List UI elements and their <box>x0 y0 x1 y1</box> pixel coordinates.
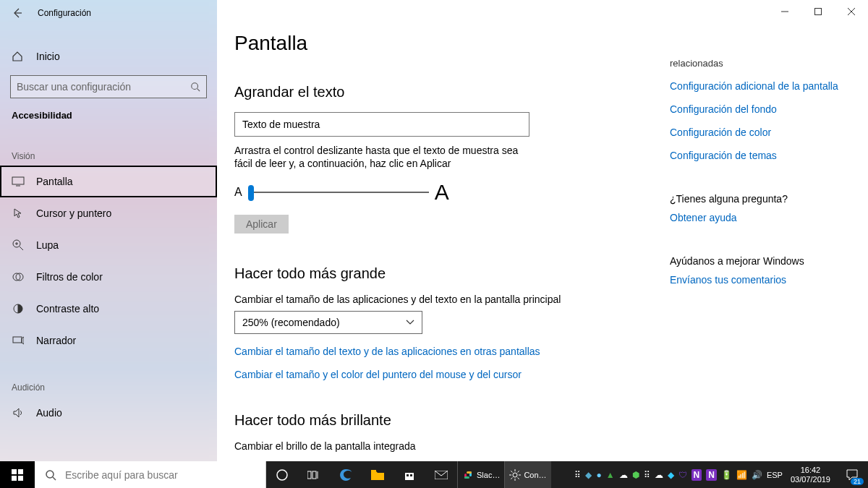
taskbar-clock[interactable]: 16:42 03/07/2019 <box>785 466 836 483</box>
magnifier-icon <box>12 239 25 252</box>
tray-icon[interactable]: ▲ <box>606 470 615 480</box>
svg-point-0 <box>192 83 198 90</box>
svg-point-12 <box>46 471 54 478</box>
svg-rect-9 <box>18 469 23 474</box>
svg-rect-7 <box>815 9 822 15</box>
group-vision-label: Visión <box>0 125 217 166</box>
tray-icon[interactable]: ⠿ <box>644 470 650 480</box>
search-icon <box>45 469 56 481</box>
store-icon[interactable] <box>393 461 425 488</box>
slider-label-small: A <box>234 186 242 199</box>
edge-icon[interactable] <box>330 461 362 488</box>
improve-heading: Ayúdanos a mejorar Windows <box>670 255 851 267</box>
sidebar-item-label: Audio <box>36 407 62 419</box>
settings-search-input[interactable]: Buscar una configuración <box>10 75 207 98</box>
taskbar-app-slack[interactable]: Slac… <box>457 461 504 488</box>
audio-icon <box>12 406 25 419</box>
feedback-link[interactable]: Envíanos tus comentarios <box>670 274 851 286</box>
link-cursor-settings[interactable]: Cambiar el tamaño y el color del puntero… <box>234 369 655 380</box>
taskbar-search-placeholder: Escribe aquí para buscar <box>65 469 178 481</box>
tray-language[interactable]: ESP <box>767 471 783 479</box>
tray-icon[interactable]: 🛡 <box>678 470 687 480</box>
search-icon <box>190 82 200 92</box>
home-icon <box>12 51 25 62</box>
group-audicion-label: Audición <box>0 356 217 397</box>
action-center-icon[interactable]: 21 <box>836 461 868 488</box>
apply-button[interactable]: Aplicar <box>234 215 289 234</box>
tray-icon[interactable]: 🔋 <box>721 470 732 480</box>
tray-icon[interactable]: ☁ <box>655 470 663 480</box>
window-controls <box>768 0 868 23</box>
home-nav[interactable]: Inicio <box>0 43 217 69</box>
contrast-icon <box>12 302 25 315</box>
sidebar-item-audio[interactable]: Audio <box>0 397 217 429</box>
related-link[interactable]: Configuración de color <box>670 127 851 138</box>
task-view-icon[interactable] <box>298 461 330 488</box>
sidebar-item-lupa[interactable]: Lupa <box>0 229 217 261</box>
tray-icon[interactable]: N <box>706 469 717 481</box>
related-link[interactable]: Configuración de temas <box>670 150 851 161</box>
tray-icon[interactable]: ◆ <box>585 470 592 480</box>
tray-icon[interactable]: N <box>692 469 702 481</box>
explorer-icon[interactable] <box>362 461 393 488</box>
svg-rect-11 <box>18 476 23 481</box>
cortana-icon[interactable] <box>266 461 298 488</box>
svg-rect-1 <box>12 177 24 184</box>
section-enlarge-text: Agrandar el texto <box>234 84 655 100</box>
sidebar-item-cursor[interactable]: Cursor y puntero <box>0 197 217 229</box>
tray-icon[interactable]: ⠿ <box>574 470 581 480</box>
scale-dropdown[interactable]: 250% (recomendado) <box>234 311 422 334</box>
clock-date: 03/07/2019 <box>791 475 830 484</box>
help-link[interactable]: Obtener ayuda <box>670 212 851 223</box>
svg-rect-22 <box>467 471 472 474</box>
mail-icon[interactable] <box>425 461 457 488</box>
taskbar-search[interactable]: Escribe aquí para buscar <box>35 461 266 488</box>
svg-rect-16 <box>371 470 376 472</box>
close-button[interactable] <box>835 0 868 23</box>
sidebar-item-pantalla[interactable]: Pantalla <box>0 166 217 197</box>
tray-volume-icon[interactable]: 🔊 <box>752 470 762 480</box>
system-tray[interactable]: ⠿ ◆ ● ▲ ☁ ⬢ ⠿ ☁ ◆ 🛡 N N 🔋 📶 🔊 ESP 16:42 … <box>572 461 868 488</box>
tray-wifi-icon[interactable]: 📶 <box>736 470 747 480</box>
sidebar-item-label: Filtros de color <box>36 271 103 283</box>
question-heading: ¿Tienes alguna pregunta? <box>670 193 851 205</box>
minimize-button[interactable] <box>768 0 801 23</box>
slider-thumb[interactable] <box>248 185 254 201</box>
tray-icon[interactable]: ⬢ <box>632 470 639 480</box>
sidebar-item-contraste[interactable]: Contraste alto <box>0 293 217 325</box>
taskbar-app-label: Con… <box>524 471 546 479</box>
related-link[interactable]: Configuración del fondo <box>670 103 851 115</box>
dropdown-value: 250% (recomendado) <box>242 317 340 328</box>
svg-rect-18 <box>410 474 412 476</box>
right-column: relacionadas Configuración adicional de … <box>670 0 851 461</box>
start-button[interactable] <box>0 461 35 488</box>
maximize-button[interactable] <box>801 0 835 23</box>
home-label: Inicio <box>36 51 60 62</box>
svg-point-13 <box>277 470 287 480</box>
svg-rect-14 <box>307 471 311 479</box>
link-other-displays[interactable]: Cambiar el tamaño del texto y de las apl… <box>234 346 655 357</box>
taskbar-app-configuracion[interactable]: Con… <box>504 461 550 488</box>
sidebar-item-narrador[interactable]: Narrador <box>0 325 217 356</box>
main-content: Pantalla Agrandar el texto Texto de mues… <box>217 0 868 461</box>
taskbar: Escribe aquí para buscar Slac… Con… ⠿ ◆ … <box>0 461 868 488</box>
color-filter-icon <box>12 270 25 283</box>
tray-icon[interactable]: ◆ <box>668 470 674 480</box>
related-link[interactable]: Configuración adicional de la pantalla <box>670 80 851 92</box>
text-size-slider[interactable]: A A <box>234 180 655 205</box>
sidebar-item-label: Contraste alto <box>36 303 99 314</box>
display-icon <box>12 175 25 188</box>
svg-rect-15 <box>312 471 316 479</box>
sidebar: Configuración Inicio Buscar una configur… <box>0 0 217 461</box>
cursor-icon <box>12 207 25 220</box>
svg-rect-10 <box>12 476 17 481</box>
clock-time: 16:42 <box>791 466 830 474</box>
back-button[interactable] <box>6 1 29 25</box>
slider-track[interactable] <box>248 192 429 193</box>
sidebar-item-filtros[interactable]: Filtros de color <box>0 261 217 293</box>
tray-icon[interactable]: ● <box>596 470 601 480</box>
svg-rect-8 <box>12 469 17 474</box>
slider-label-big: A <box>435 180 449 205</box>
svg-rect-23 <box>464 476 469 479</box>
tray-icon[interactable]: ☁ <box>619 470 628 480</box>
